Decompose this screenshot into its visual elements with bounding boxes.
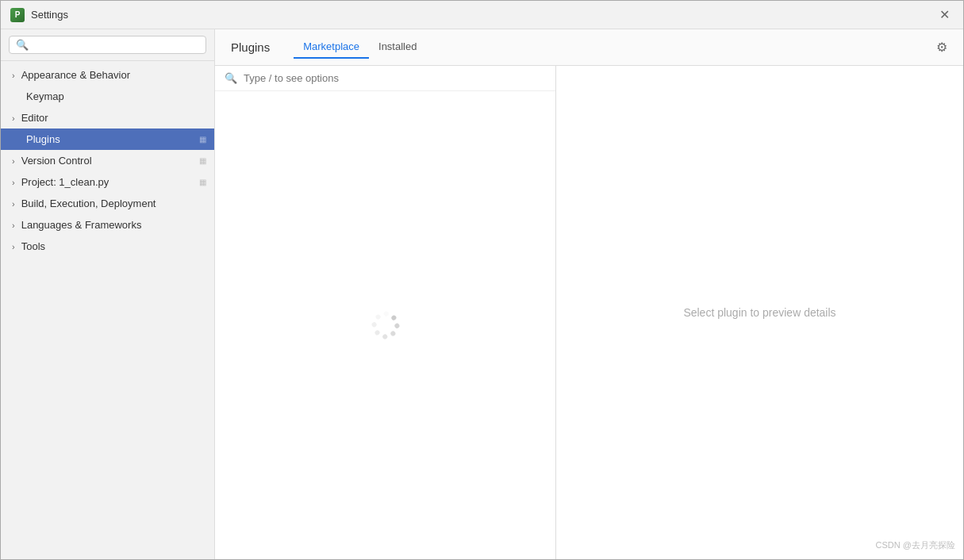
tab-installed[interactable]: Installed — [369, 36, 426, 59]
sidebar-item-label: Plugins — [12, 133, 194, 145]
main-content: 🔍 › Appearance & Behavior Keymap › Edito… — [1, 29, 963, 559]
plugin-detail-panel: Select plugin to preview details CSDN @去… — [556, 66, 963, 559]
chevron-right-icon: › — [12, 113, 15, 123]
svg-point-1 — [393, 326, 399, 332]
tab-marketplace[interactable]: Marketplace — [294, 36, 369, 59]
close-button[interactable]: ✕ — [935, 6, 954, 25]
plugin-search-icon: 🔍 — [225, 72, 237, 84]
sidebar-item-editor[interactable]: › Editor — [1, 107, 214, 128]
right-panel: Plugins Marketplace Installed ⚙ 🔍 — [215, 29, 963, 559]
svg-point-2 — [386, 332, 393, 339]
sidebar-item-label: Appearance & Behavior — [21, 69, 206, 81]
plugin-list-panel: 🔍 — [215, 66, 556, 559]
svg-point-7 — [386, 312, 393, 318]
plugin-detail-placeholder: Select plugin to preview details — [683, 306, 835, 319]
sidebar-item-label: Keymap — [12, 90, 206, 102]
plugin-search-input[interactable] — [244, 72, 546, 84]
grid-icon: ▦ — [199, 156, 206, 165]
chevron-right-icon: › — [12, 178, 15, 187]
plugins-content: 🔍 — [215, 66, 963, 559]
sidebar-item-label: Languages & Frameworks — [21, 219, 206, 231]
sidebar-search-box: 🔍 — [1, 29, 214, 61]
title-bar-left: P Settings — [10, 8, 68, 22]
sidebar-item-tools[interactable]: › Tools — [1, 236, 214, 257]
sidebar-item-label: Version Control — [21, 155, 194, 167]
plugin-list-body — [215, 91, 555, 559]
sidebar-item-version-control[interactable]: › Version Control ▦ — [1, 150, 214, 171]
watermark: CSDN @去月亮探险 — [876, 539, 955, 551]
sidebar-items-list: › Appearance & Behavior Keymap › Editor … — [1, 61, 214, 559]
chevron-right-icon: › — [12, 199, 15, 209]
plugins-title: Plugins — [231, 40, 270, 54]
sidebar-item-label: Build, Execution, Deployment — [21, 198, 206, 209]
chevron-right-icon: › — [12, 221, 15, 230]
sidebar-item-languages[interactable]: › Languages & Frameworks — [1, 214, 214, 236]
sidebar-search-wrapper[interactable]: 🔍 — [9, 36, 206, 54]
svg-point-0 — [392, 317, 398, 324]
sidebar-item-project[interactable]: › Project: 1_clean.py ▦ — [1, 171, 214, 193]
settings-window: P Settings ✕ 🔍 › Appearance & Behavior — [0, 0, 964, 560]
svg-point-6 — [378, 312, 384, 318]
window-title: Settings — [31, 9, 68, 21]
sidebar-search-input[interactable] — [33, 39, 199, 51]
gear-icon[interactable]: ⚙ — [936, 40, 947, 55]
chevron-right-icon: › — [12, 71, 15, 80]
sidebar-item-label: Project: 1_clean.py — [21, 176, 194, 188]
sidebar-item-appearance[interactable]: › Appearance & Behavior — [1, 64, 214, 86]
chevron-right-icon: › — [12, 156, 15, 166]
sidebar-item-keymap[interactable]: Keymap — [1, 86, 214, 107]
sidebar-item-plugins[interactable]: Plugins ▦ — [1, 128, 214, 150]
sidebar-item-build[interactable]: › Build, Execution, Deployment — [1, 193, 214, 214]
loading-spinner — [370, 309, 401, 341]
grid-icon: ▦ — [199, 135, 206, 144]
plugins-header: Plugins Marketplace Installed ⚙ — [215, 29, 963, 66]
svg-point-4 — [372, 327, 378, 333]
grid-icon: ▦ — [199, 178, 206, 186]
svg-point-5 — [371, 318, 378, 324]
app-icon: P — [10, 8, 25, 22]
sidebar-item-label: Tools — [21, 240, 206, 252]
plugins-tabs: Marketplace Installed — [294, 36, 920, 59]
title-bar: P Settings ✕ — [1, 1, 963, 29]
chevron-right-icon: › — [12, 242, 15, 251]
sidebar-item-label: Editor — [21, 112, 206, 124]
sidebar-search-icon: 🔍 — [16, 39, 29, 51]
plugin-search-bar[interactable]: 🔍 — [215, 66, 555, 91]
svg-point-3 — [378, 333, 384, 339]
sidebar: 🔍 › Appearance & Behavior Keymap › Edito… — [1, 29, 215, 559]
